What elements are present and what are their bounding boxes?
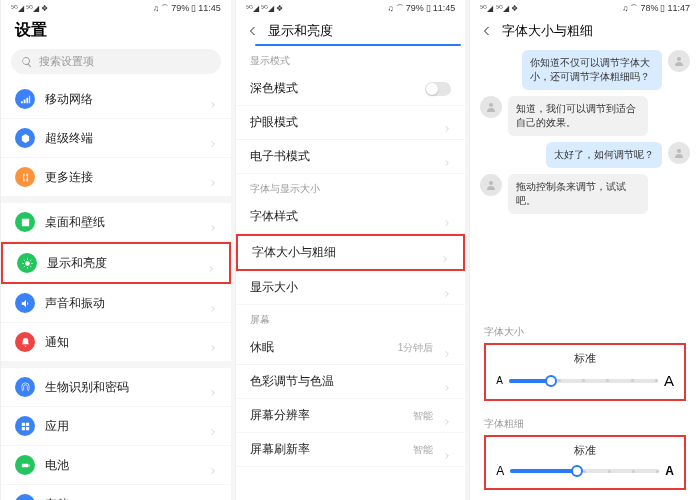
svg-point-2 [489, 103, 493, 107]
font-size-slider[interactable] [509, 376, 658, 386]
font-weight-section: 字体粗细 标准 A A [470, 411, 700, 500]
font-weight-slider-box: 标准 A A [484, 435, 686, 490]
section-font: 字体与显示大小 [236, 174, 466, 200]
row-bio[interactable]: 生物识别和密码 [1, 368, 231, 407]
speaker-icon [20, 298, 31, 309]
row-fontsize[interactable]: 字体大小与粗细 [236, 234, 466, 271]
row-wallpaper[interactable]: 桌面和壁纸 [1, 203, 231, 242]
chevron-right-icon [443, 153, 451, 161]
display-list[interactable]: 显示模式 深色模式 护眼模式 电子书模式 字体与显示大小 字体样式 字体大小与粗… [236, 46, 466, 500]
row-resolution[interactable]: 屏幕分辨率智能 [236, 399, 466, 433]
hexagon-icon [20, 133, 31, 144]
chevron-right-icon [207, 259, 215, 267]
font-small-icon: A [496, 375, 503, 386]
row-display[interactable]: 显示和亮度 [1, 242, 231, 284]
chevron-right-icon [443, 213, 451, 221]
row-super[interactable]: 超级终端 [1, 119, 231, 158]
back-button[interactable] [246, 24, 260, 38]
row-apps[interactable]: 应用 [1, 407, 231, 446]
slider-caption: 字体大小 [484, 325, 686, 339]
grid-icon [20, 421, 31, 432]
statusbar: ⁵ᴳ◢ ⁵ᴳ◢ ❖ ♫ ⌒78%▯11:47 [470, 0, 700, 16]
font-large-icon: A [664, 372, 674, 389]
chevron-right-icon [209, 383, 217, 391]
statusbar: ⁵ᴳ◢ ⁵ᴳ◢ ❖ ♫ ⌒79%▯11:45 [236, 0, 466, 16]
page-title: 显示和亮度 [268, 22, 333, 40]
sun-icon [22, 258, 33, 269]
svg-point-1 [677, 57, 681, 61]
chevron-right-icon [209, 95, 217, 103]
chevron-right-icon [443, 284, 451, 292]
mobile-icon [20, 94, 31, 105]
section-mode: 显示模式 [236, 46, 466, 72]
header: 字体大小与粗细 [470, 16, 700, 44]
avatar-icon [480, 174, 502, 196]
avatar-icon [668, 50, 690, 72]
settings-screen: ⁵ᴳ◢ ⁵ᴳ◢ ❖ ♫ ⌒ 79% ▯ 11:45 设置 搜索设置项 移动网络 … [0, 0, 231, 500]
chevron-right-icon [209, 218, 217, 226]
row-sleep[interactable]: 休眠1分钟后 [236, 331, 466, 365]
font-thin-icon: A [496, 464, 504, 478]
page-title: 字体大小与粗细 [502, 22, 593, 40]
svg-point-0 [25, 261, 30, 266]
fingerprint-icon [20, 382, 31, 393]
chevron-right-icon [209, 173, 217, 181]
chevron-right-icon [209, 338, 217, 346]
row-ebook[interactable]: 电子书模式 [236, 140, 466, 174]
avatar-icon [480, 96, 502, 118]
avatar-icon [668, 142, 690, 164]
chat-msg: 知道，我们可以调节到适合自己的效果。 [480, 96, 690, 136]
chevron-right-icon [443, 344, 451, 352]
chat-msg: 太好了，如何调节呢？ [480, 142, 690, 168]
row-refresh[interactable]: 屏幕刷新率智能 [236, 433, 466, 467]
row-dark[interactable]: 深色模式 [236, 72, 466, 106]
row-notif[interactable]: 通知 [1, 323, 231, 362]
battery-icon [20, 460, 31, 471]
search-input[interactable]: 搜索设置项 [11, 49, 221, 74]
row-eye[interactable]: 护眼模式 [236, 106, 466, 140]
row-storage[interactable]: 存储 [1, 485, 231, 500]
chevron-right-icon [209, 134, 217, 142]
search-icon [21, 56, 33, 68]
image-icon [20, 217, 31, 228]
chevron-right-icon [209, 299, 217, 307]
row-displaysize[interactable]: 显示大小 [236, 271, 466, 305]
section-screen: 屏幕 [236, 305, 466, 331]
settings-list[interactable]: 移动网络 超级终端 更多连接 桌面和壁纸 显示和亮度 声音和振动 通知 生物识别… [1, 80, 231, 500]
svg-point-4 [489, 181, 493, 185]
font-size-section: 字体大小 标准 A A [470, 319, 700, 411]
chevron-right-icon [443, 378, 451, 386]
slider-label: 标准 [496, 443, 674, 458]
slider-label: 标准 [496, 351, 674, 366]
row-fontstyle[interactable]: 字体样式 [236, 200, 466, 234]
chevron-right-icon [441, 249, 449, 257]
font-bold-icon: A [665, 464, 674, 478]
row-sound[interactable]: 声音和振动 [1, 284, 231, 323]
page-title: 设置 [1, 16, 231, 47]
row-more[interactable]: 更多连接 [1, 158, 231, 197]
row-mobile[interactable]: 移动网络 [1, 80, 231, 119]
header: 显示和亮度 [236, 16, 466, 44]
chevron-right-icon [443, 446, 451, 454]
chevron-right-icon [443, 412, 451, 420]
svg-point-3 [677, 149, 681, 153]
toggle-dark[interactable] [425, 82, 451, 96]
statusbar: ⁵ᴳ◢ ⁵ᴳ◢ ❖ ♫ ⌒ 79% ▯ 11:45 [1, 0, 231, 16]
row-color[interactable]: 色彩调节与色温 [236, 365, 466, 399]
chevron-right-icon [443, 119, 451, 127]
font-weight-slider[interactable] [510, 466, 659, 476]
search-placeholder: 搜索设置项 [39, 54, 94, 69]
chevron-right-icon [209, 422, 217, 430]
chat-msg: 拖动控制条来调节，试试吧。 [480, 174, 690, 214]
chat-preview: 你知道不仅可以调节字体大小，还可调节字体粗细吗？ 知道，我们可以调节到适合自己的… [470, 44, 700, 220]
row-battery[interactable]: 电池 [1, 446, 231, 485]
slider-caption: 字体粗细 [484, 417, 686, 431]
chevron-right-icon [209, 461, 217, 469]
font-size-slider-box: 标准 A A [484, 343, 686, 401]
font-size-screen: ⁵ᴳ◢ ⁵ᴳ◢ ❖ ♫ ⌒78%▯11:47 字体大小与粗细 你知道不仅可以调节… [469, 0, 700, 500]
bell-icon [20, 337, 31, 348]
chat-msg: 你知道不仅可以调节字体大小，还可调节字体粗细吗？ [480, 50, 690, 90]
display-settings-screen: ⁵ᴳ◢ ⁵ᴳ◢ ❖ ♫ ⌒79%▯11:45 显示和亮度 显示模式 深色模式 护… [235, 0, 466, 500]
bracket-icon [20, 172, 31, 183]
back-button[interactable] [480, 24, 494, 38]
